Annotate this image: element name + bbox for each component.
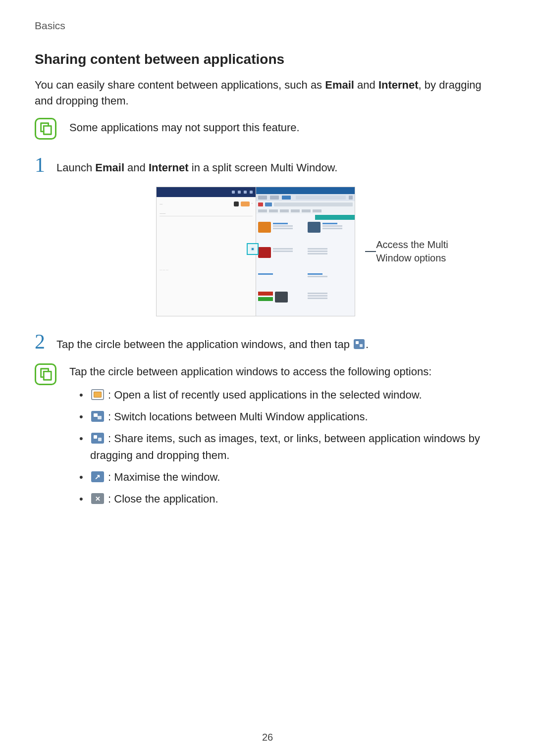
share-drag-icon xyxy=(354,339,365,349)
option-close: : Close the application. xyxy=(79,491,500,507)
option-recent: : Open a list of recently used applicati… xyxy=(79,387,500,403)
intro-pre: You can easily share content between app… xyxy=(35,79,325,91)
note-row-2: Tap the circle between application windo… xyxy=(35,363,500,513)
figure-callout: Access the Multi Window options xyxy=(365,238,448,265)
step-number-1: 1 xyxy=(35,154,48,175)
intro-bold-email: Email xyxy=(325,79,354,91)
step1-mid: and xyxy=(124,161,149,174)
option-share-text: : Share items, such as images, text, or … xyxy=(90,432,480,461)
step2-post: . xyxy=(366,338,369,351)
note-icon xyxy=(35,363,56,385)
option-max-text: : Maximise the window. xyxy=(105,471,220,483)
share-drag-icon xyxy=(91,433,104,444)
switch-windows-icon xyxy=(91,411,104,422)
callout-line2: Window options xyxy=(376,252,446,263)
note2-intro: Tap the circle between application windo… xyxy=(69,363,500,380)
figure-left-topbar xyxy=(157,187,256,197)
manual-page: Basics Sharing content between applicati… xyxy=(0,0,535,756)
split-screen-figure: — › —— — — — xyxy=(156,187,355,316)
recent-apps-icon xyxy=(91,389,104,400)
callout-text: Access the Multi Window options xyxy=(376,238,448,265)
step1-bold-email: Email xyxy=(95,161,124,174)
page-number: 26 xyxy=(0,732,535,743)
option-recent-text: : Open a list of recently used applicati… xyxy=(105,389,422,401)
close-icon xyxy=(91,493,104,504)
intro-paragraph: You can easily share content between app… xyxy=(35,77,500,109)
step1-bold-internet: Internet xyxy=(149,161,189,174)
step-1-body: Launch Email and Internet in a split scr… xyxy=(56,154,500,176)
callout-line1: Access the Multi xyxy=(376,239,448,250)
intro-mid: and xyxy=(354,79,378,91)
page-title: Sharing content between applications xyxy=(35,51,500,67)
figure-wrap: — › —— — — — xyxy=(35,187,500,316)
figure-right-pane-internet xyxy=(256,187,355,316)
note-text-1: Some applications may not support this f… xyxy=(69,118,300,136)
option-share: : Share items, such as images, text, or … xyxy=(79,430,500,464)
step1-post: in a split screen Multi Window. xyxy=(189,161,338,174)
options-list: : Open a list of recently used applicati… xyxy=(69,387,500,508)
step2-pre: Tap the circle between the application w… xyxy=(56,338,353,351)
step-2-body: Tap the circle between the application w… xyxy=(56,331,500,353)
figure-left-pane-email: — › —— — — — xyxy=(157,187,256,316)
step-number-2: 2 xyxy=(35,331,48,352)
note-2-content: Tap the circle between application windo… xyxy=(69,363,500,513)
note-row-1: Some applications may not support this f… xyxy=(35,118,500,140)
option-switch-text: : Switch locations between Multi Window … xyxy=(105,410,368,423)
multi-window-handle-icon xyxy=(247,243,259,255)
option-max: : Maximise the window. xyxy=(79,469,500,486)
note-icon xyxy=(35,118,56,140)
option-close-text: : Close the application. xyxy=(105,493,218,505)
option-switch: : Switch locations between Multi Window … xyxy=(79,408,500,425)
step-2: 2 Tap the circle between the application… xyxy=(35,331,500,353)
intro-bold-internet: Internet xyxy=(378,79,419,91)
step-1: 1 Launch Email and Internet in a split s… xyxy=(35,154,500,176)
maximise-icon xyxy=(91,471,104,482)
step1-pre: Launch xyxy=(56,161,95,174)
section-label: Basics xyxy=(35,20,500,32)
callout-leader-line xyxy=(365,251,376,252)
